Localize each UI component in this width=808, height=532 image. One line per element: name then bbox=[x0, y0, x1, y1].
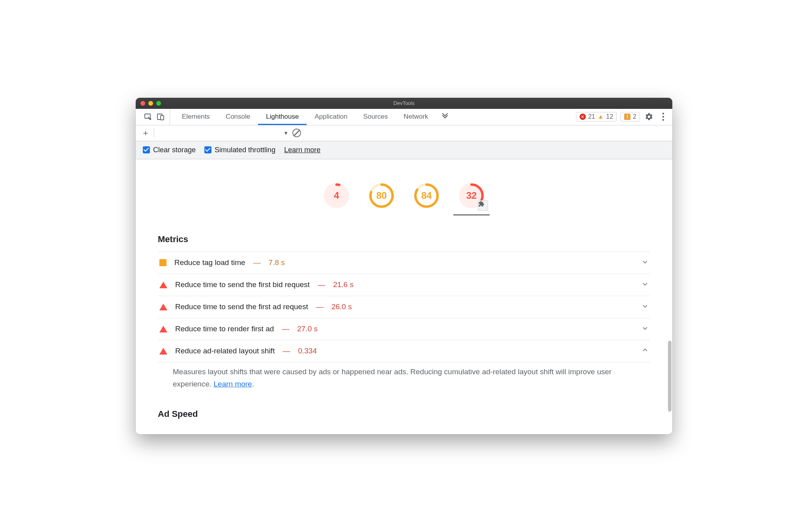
svg-rect-2 bbox=[161, 116, 164, 120]
tabstrip-right: ✕ 21 ▲ 12 2 bbox=[572, 109, 672, 125]
new-report-icon[interactable]: ＋ bbox=[141, 127, 150, 139]
metric-row[interactable]: Reduce tag load time — 7.8 s bbox=[158, 252, 650, 274]
metric-separator: — bbox=[253, 258, 261, 267]
minimize-window-button[interactable] bbox=[148, 101, 153, 106]
simulated-throttling-label: Simulated throttling bbox=[215, 146, 275, 154]
window-title: DevTools bbox=[136, 100, 672, 106]
metric-row[interactable]: Reduce time to send the first ad request… bbox=[158, 296, 650, 318]
metric-separator: — bbox=[282, 347, 290, 355]
tab-console[interactable]: Console bbox=[218, 109, 258, 125]
metrics-section: Metrics Reduce tag load time — 7.8 s Red… bbox=[136, 227, 672, 402]
tabs: Elements Console Lighthouse Application … bbox=[170, 109, 454, 125]
tab-elements[interactable]: Elements bbox=[174, 109, 218, 125]
console-error-warning-badge[interactable]: ✕ 21 ▲ 12 bbox=[576, 112, 617, 121]
issues-badge[interactable]: 2 bbox=[621, 112, 640, 121]
lighthouse-subtoolbar: ＋ ▼ bbox=[136, 125, 672, 141]
issue-count: 2 bbox=[633, 113, 636, 120]
issue-icon bbox=[624, 114, 630, 120]
svg-point-6 bbox=[325, 185, 348, 207]
chevron-down-icon bbox=[642, 258, 649, 267]
checkbox-checked-icon[interactable] bbox=[143, 146, 150, 153]
extension-icon bbox=[478, 200, 488, 211]
metric-description: Measures layout shifts that were caused … bbox=[158, 362, 650, 402]
warning-icon: ▲ bbox=[597, 113, 604, 120]
metric-value: 21.6 s bbox=[333, 280, 354, 289]
metric-value: 27.0 s bbox=[297, 325, 318, 333]
score-gauge-2[interactable]: 84 bbox=[414, 183, 439, 215]
metric-separator: — bbox=[318, 280, 325, 289]
metric-value: 0.334 bbox=[298, 347, 317, 355]
scrollbar-thumb[interactable] bbox=[668, 341, 671, 412]
metric-value: 7.8 s bbox=[269, 258, 285, 267]
metric-value: 26.0 s bbox=[331, 302, 352, 311]
tab-sources[interactable]: Sources bbox=[355, 109, 396, 125]
kebab-menu-icon[interactable] bbox=[658, 112, 668, 122]
triangle-icon bbox=[159, 304, 167, 310]
svg-point-5 bbox=[662, 119, 664, 121]
metric-row[interactable]: Reduce time to render first ad — 27.0 s bbox=[158, 318, 650, 340]
chevron-down-icon bbox=[642, 325, 649, 334]
metric-separator: — bbox=[316, 302, 324, 311]
chevron-up-icon bbox=[642, 347, 649, 356]
more-tabs-icon[interactable] bbox=[436, 109, 454, 125]
close-window-button[interactable] bbox=[140, 101, 145, 106]
svg-rect-0 bbox=[145, 114, 150, 118]
learn-more-link[interactable]: Learn more bbox=[284, 146, 320, 154]
metric-row[interactable]: Reduce ad-related layout shift — 0.334 bbox=[158, 340, 650, 362]
titlebar: DevTools bbox=[136, 98, 672, 109]
chevron-down-icon bbox=[642, 302, 649, 312]
triangle-icon bbox=[159, 326, 167, 332]
inspect-element-icon[interactable] bbox=[144, 112, 152, 121]
maximize-window-button[interactable] bbox=[156, 101, 161, 106]
options-bar: Clear storage Simulated throttling Learn… bbox=[136, 141, 672, 159]
error-icon: ✕ bbox=[580, 114, 586, 120]
divider bbox=[154, 129, 154, 137]
metric-label: Reduce tag load time bbox=[174, 258, 245, 267]
clear-icon[interactable] bbox=[292, 129, 301, 137]
score-gauges: 4 80 84 32 bbox=[136, 159, 672, 227]
tab-lighthouse[interactable]: Lighthouse bbox=[258, 109, 307, 125]
metric-label: Reduce time to send the first ad request bbox=[175, 302, 308, 311]
square-icon bbox=[159, 259, 166, 266]
checkbox-checked-icon[interactable] bbox=[204, 146, 211, 153]
score-gauge-1[interactable]: 80 bbox=[369, 183, 394, 215]
svg-point-3 bbox=[662, 113, 664, 114]
triangle-icon bbox=[159, 282, 167, 288]
tab-application[interactable]: Application bbox=[307, 109, 355, 125]
ad-speed-heading: Ad Speed bbox=[158, 409, 650, 426]
simulated-throttling-option[interactable]: Simulated throttling bbox=[204, 146, 275, 154]
svg-point-4 bbox=[662, 116, 664, 118]
traffic-lights bbox=[140, 101, 161, 106]
tab-network[interactable]: Network bbox=[396, 109, 436, 125]
device-toolbar-icon[interactable] bbox=[156, 112, 165, 121]
chevron-down-icon bbox=[642, 280, 649, 289]
tabstrip: Elements Console Lighthouse Application … bbox=[136, 109, 672, 125]
warning-count: 12 bbox=[606, 113, 613, 120]
metrics-heading: Metrics bbox=[158, 234, 650, 252]
metric-label: Reduce ad-related layout shift bbox=[175, 347, 275, 355]
triangle-icon bbox=[159, 348, 167, 355]
metrics-list: Reduce tag load time — 7.8 s Reduce time… bbox=[158, 252, 650, 402]
clear-storage-option[interactable]: Clear storage bbox=[143, 146, 196, 154]
devtools-window: DevTools Elements Console Lighthouse App… bbox=[136, 98, 672, 435]
score-gauge-0[interactable]: 4 bbox=[324, 183, 349, 215]
report-content: 4 80 84 32 bbox=[136, 159, 672, 435]
settings-icon[interactable] bbox=[644, 112, 654, 122]
metric-separator: — bbox=[282, 325, 289, 333]
score-gauge-3[interactable]: 32 bbox=[459, 183, 484, 215]
report-dropdown[interactable]: ▼ bbox=[158, 130, 288, 136]
clear-storage-label: Clear storage bbox=[153, 146, 196, 154]
tabstrip-left bbox=[139, 109, 170, 125]
ad-speed-section: Ad Speed bbox=[136, 402, 672, 434]
error-count: 21 bbox=[588, 113, 595, 120]
metric-label: Reduce time to send the first bid reques… bbox=[175, 280, 310, 289]
learn-more-link[interactable]: Learn more bbox=[214, 380, 252, 388]
metric-row[interactable]: Reduce time to send the first bid reques… bbox=[158, 274, 650, 296]
metric-label: Reduce time to render first ad bbox=[175, 325, 274, 333]
